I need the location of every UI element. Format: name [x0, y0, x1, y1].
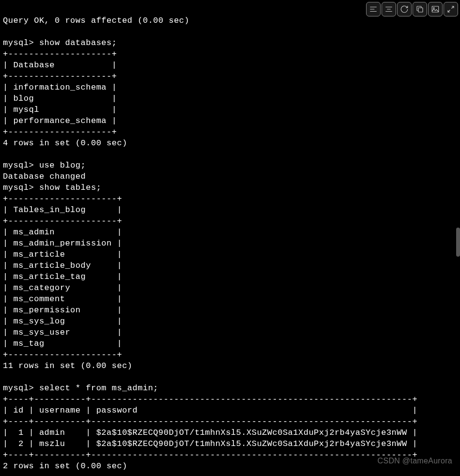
adm-row: | 2 | mszlu | $2a$10$RZECQ90DjOT/t1mhnXs…	[3, 439, 417, 448]
prompt: mysql>	[3, 161, 39, 170]
tbl-row: | ms_admin |	[3, 228, 122, 237]
tbl-row: | ms_tag |	[3, 339, 122, 348]
svg-point-2	[433, 8, 434, 9]
sep: +--------------------+	[3, 72, 117, 81]
cmd-show-databases: show databases;	[39, 38, 117, 47]
rows-count: 2 rows in set (0.00 sec)	[3, 461, 127, 471]
tbl-row: | ms_article_tag |	[3, 272, 122, 281]
terminal-output: Query OK, 0 rows affected (0.00 sec) mys…	[3, 4, 457, 476]
tbl-row: | ms_article_body |	[3, 261, 122, 270]
cmd-show-tables: show tables;	[39, 183, 101, 192]
db-row: | information_schema |	[3, 83, 117, 92]
db-header: | Database |	[3, 61, 117, 70]
tbl-header: | Tables_in_blog |	[3, 205, 122, 215]
db-row: | blog |	[3, 94, 117, 103]
tbl-row: | ms_permission |	[3, 306, 122, 315]
cmd-use-blog: use blog;	[39, 161, 86, 170]
terminal-toolbar	[365, 2, 458, 16]
expand-icon[interactable]	[444, 2, 458, 16]
adm-row: | 1 | admin | $2a$10$RZECQ90DjOT/t1mhnXs…	[3, 428, 417, 437]
svg-rect-0	[418, 8, 423, 12]
scrollbar-thumb[interactable]	[456, 228, 460, 257]
rows-count: 11 rows in set (0.00 sec)	[3, 361, 133, 370]
prompt: mysql>	[3, 384, 39, 393]
sep: +----+----------+-----------------------…	[3, 395, 417, 404]
tbl-row: | ms_sys_log |	[3, 317, 122, 326]
query-ok-line: Query OK, 0 rows affected (0.00 sec)	[3, 16, 189, 25]
sep: +--------------------+	[3, 49, 117, 59]
align-left-icon[interactable]	[366, 2, 381, 16]
copy-icon[interactable]	[413, 2, 427, 16]
sep: +---------------------+	[3, 194, 122, 203]
tbl-row: | ms_sys_user |	[3, 328, 122, 337]
db-row: | performance_schema |	[3, 116, 117, 125]
adm-header: | id | username | password |	[3, 406, 417, 415]
prompt: mysql>	[3, 38, 39, 47]
align-center-icon[interactable]	[382, 2, 396, 16]
image-icon[interactable]	[428, 2, 443, 16]
tbl-row: | ms_article |	[3, 250, 122, 259]
sep: +----+----------+-----------------------…	[3, 450, 417, 460]
svg-rect-1	[432, 6, 439, 12]
sep: +---------------------+	[3, 350, 122, 359]
watermark: CSDN @tameAurora	[378, 455, 452, 466]
tbl-row: | ms_category |	[3, 283, 122, 292]
db-changed: Database changed	[3, 172, 86, 181]
sep: +--------------------+	[3, 127, 117, 137]
rows-count: 4 rows in set (0.00 sec)	[3, 138, 127, 148]
db-row: | mysql |	[3, 105, 117, 114]
prompt: mysql>	[3, 183, 39, 192]
sep: +----+----------+-----------------------…	[3, 417, 417, 426]
tbl-row: | ms_comment |	[3, 294, 122, 304]
sep: +---------------------+	[3, 216, 122, 226]
cmd-select: select * from ms_admin;	[39, 384, 158, 393]
tbl-row: | ms_admin_permission |	[3, 239, 122, 248]
refresh-icon[interactable]	[397, 2, 412, 16]
